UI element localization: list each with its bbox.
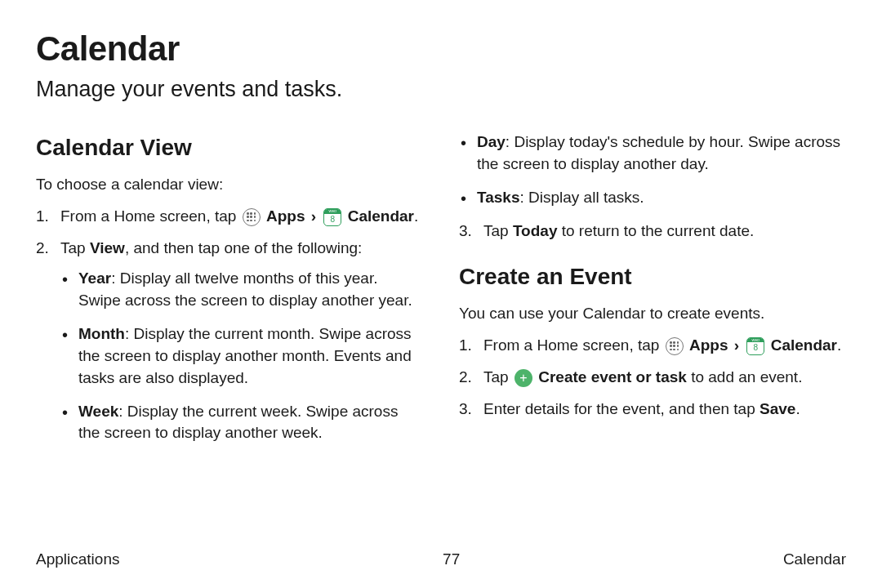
view-option-week: Week: Display the current week. Swipe ac…: [60, 401, 423, 445]
create-event-step-3: Enter details for the event, and then ta…: [459, 399, 846, 421]
apps-icon: [666, 337, 684, 355]
view-option-year: Year: Display all twelve months of this …: [60, 268, 423, 312]
left-column: Calendar View To choose a calendar view:…: [36, 131, 423, 544]
week-label: Week: [78, 403, 118, 420]
step-text-post: to return to the current date.: [557, 222, 754, 239]
step-text: Tap: [483, 368, 513, 385]
step-text: From a Home screen, tap: [60, 207, 241, 225]
view-option-tasks: Tasks: Display all tasks.: [459, 187, 846, 209]
create-event-label: Create event or task: [538, 368, 687, 385]
calendar-icon: WED 8: [323, 208, 341, 226]
view-options-list-cont: Day: Display today's schedule by hour. S…: [459, 131, 846, 209]
calendar-view-intro: To choose a calendar view:: [36, 174, 423, 196]
tasks-label: Tasks: [477, 189, 519, 206]
footer-right: Calendar: [783, 550, 846, 568]
content-columns: Calendar View To choose a calendar view:…: [36, 131, 846, 544]
tasks-desc: : Display all tasks.: [519, 189, 644, 206]
step-text-post: , and then tap one of the following:: [125, 239, 363, 256]
day-label: Day: [477, 133, 506, 150]
calendar-icon: WED 8: [746, 337, 764, 355]
calendar-view-step-3: Tap Today to return to the current date.: [459, 220, 846, 243]
calendar-view-step-2: Tap View, and then tap one of the follow…: [36, 238, 423, 445]
plus-icon: +: [514, 369, 532, 387]
calendar-view-steps: From a Home screen, tap Apps › WED 8 Cal…: [36, 206, 423, 445]
view-option-month: Month: Display the current month. Swipe …: [60, 323, 423, 390]
step-text: Tap: [60, 239, 90, 256]
month-desc: : Display the current month. Swipe acros…: [78, 325, 412, 386]
week-desc: : Display the current week. Swipe across…: [78, 403, 398, 442]
chevron-right-icon: ›: [734, 335, 739, 357]
apps-icon: [243, 208, 261, 226]
create-event-intro: You can use your Calendar to create even…: [459, 303, 846, 325]
view-label: View: [90, 239, 125, 256]
create-event-steps: From a Home screen, tap Apps › WED 8 Cal…: [459, 335, 846, 421]
calendar-day-number: 8: [747, 342, 764, 354]
page-subtitle: Manage your events and tasks.: [36, 77, 846, 102]
step-text-post: .: [795, 400, 800, 417]
today-label: Today: [513, 222, 558, 239]
create-event-step-1: From a Home screen, tap Apps › WED 8 Cal…: [459, 335, 846, 357]
calendar-label: Calendar: [348, 207, 414, 225]
calendar-view-step-3-wrap: Tap Today to return to the current date.: [459, 220, 846, 243]
step-text-post: to add an event.: [687, 368, 803, 385]
footer-page-number: 77: [443, 550, 460, 568]
day-desc: : Display today's schedule by hour. Swip…: [477, 133, 840, 172]
view-option-day: Day: Display today's schedule by hour. S…: [459, 131, 846, 176]
create-event-step-2: Tap + Create event or task to add an eve…: [459, 367, 846, 389]
page-title: Calendar: [36, 29, 846, 69]
apps-label: Apps: [689, 336, 728, 354]
year-desc: : Display all twelve months of this year…: [78, 270, 412, 309]
month-label: Month: [78, 325, 125, 342]
footer-left: Applications: [36, 550, 119, 568]
chevron-right-icon: ›: [311, 206, 316, 228]
section-heading-create-event: Create an Event: [459, 261, 846, 293]
step-text: Tap: [483, 222, 513, 239]
calendar-label: Calendar: [771, 336, 837, 354]
page-footer: Applications 77 Calendar: [36, 544, 846, 568]
view-options-list: Year: Display all twelve months of this …: [60, 268, 423, 445]
step-text: Enter details for the event, and then ta…: [483, 400, 760, 417]
section-heading-calendar-view: Calendar View: [36, 131, 423, 164]
save-label: Save: [760, 400, 795, 417]
year-label: Year: [78, 270, 111, 287]
apps-label: Apps: [266, 207, 305, 225]
step-text: From a Home screen, tap: [483, 336, 664, 354]
calendar-view-step-1: From a Home screen, tap Apps › WED 8 Cal…: [36, 206, 423, 228]
right-column: Day: Display today's schedule by hour. S…: [459, 131, 846, 544]
calendar-day-number: 8: [324, 214, 341, 225]
